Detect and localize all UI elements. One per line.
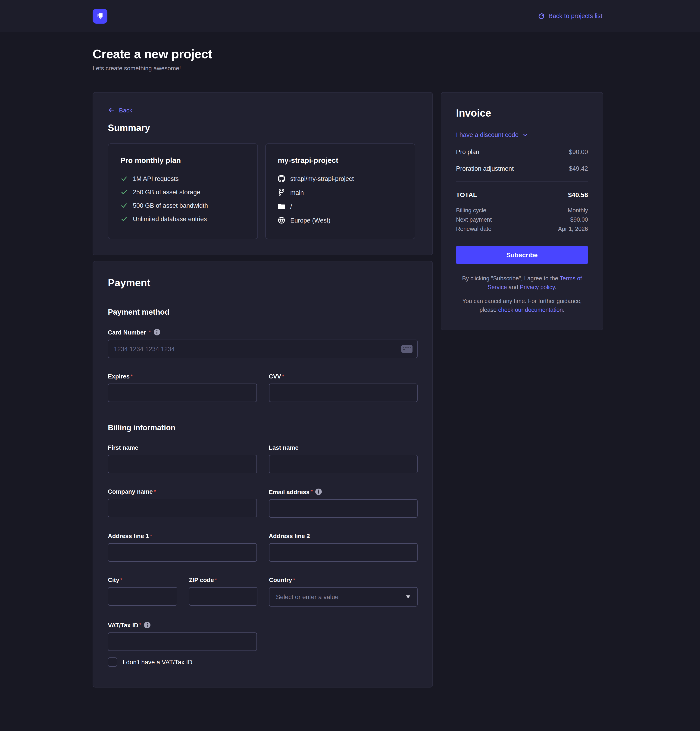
- cvv-field: CVV *: [269, 373, 418, 402]
- page-subtitle: Lets create something awesome!: [93, 65, 607, 72]
- address-line-1-label: Address line 1: [108, 533, 149, 539]
- address-line-1-input[interactable]: [108, 543, 257, 562]
- invoice-divider: [456, 181, 588, 182]
- no-vat-checkbox-row[interactable]: I don't have a VAT/Tax ID: [108, 658, 418, 667]
- renewal-date-row: Renewal date Apr 1, 2026: [456, 225, 588, 233]
- payment-card: Payment Payment method Card Number *: [93, 261, 433, 687]
- email-input[interactable]: [269, 499, 418, 518]
- address-line-2-input[interactable]: [269, 543, 418, 562]
- payment-title: Payment: [108, 277, 418, 289]
- project-directory-row: /: [278, 203, 403, 210]
- page: Back to projects list Create a new proje…: [0, 0, 700, 731]
- plan-feature: 250 GB of asset storage: [121, 188, 246, 196]
- chevron-down-icon: [522, 132, 528, 138]
- first-name-input[interactable]: [108, 455, 257, 473]
- first-name-label: First name: [108, 444, 138, 451]
- card-number-field: Card Number *: [108, 329, 418, 358]
- back-to-projects-link[interactable]: Back to projects list: [537, 12, 602, 20]
- credit-card-icon: [401, 345, 413, 353]
- github-icon: [278, 175, 285, 182]
- strapi-cloud-logo-icon: [93, 9, 107, 23]
- cvv-label: CVV: [269, 373, 281, 380]
- address-line-2-field: Address line 2: [269, 533, 418, 562]
- city-input[interactable]: [108, 587, 177, 606]
- project-repo-row: strapi/my-strapi-project: [278, 175, 403, 182]
- zip-code-input[interactable]: [189, 587, 257, 606]
- check-icon: [121, 202, 128, 209]
- page-title: Create a new project: [93, 47, 607, 62]
- arrow-left-icon: [108, 106, 115, 114]
- required-marker: *: [131, 373, 132, 380]
- required-marker: *: [282, 373, 284, 380]
- check-icon: [121, 215, 128, 223]
- required-marker: *: [149, 329, 151, 335]
- info-icon: [315, 488, 322, 496]
- payment-method-title: Payment method: [108, 308, 418, 317]
- caret-down-icon: [406, 595, 411, 599]
- card-number-input[interactable]: [108, 340, 418, 358]
- required-marker: *: [154, 488, 156, 495]
- expires-field: Expires *: [108, 373, 257, 402]
- no-vat-checkbox[interactable]: [108, 658, 117, 667]
- folder-icon: [278, 203, 285, 210]
- invoice-total-label: TOTAL: [456, 191, 477, 198]
- required-marker: *: [150, 533, 152, 539]
- plan-feature: Unlimited database entries: [121, 215, 246, 223]
- city-label: City: [108, 577, 119, 583]
- last-name-field: Last name: [269, 444, 418, 473]
- billing-cycle-row: Billing cycle Monthly: [456, 206, 588, 215]
- summary-title: Summary: [108, 123, 418, 133]
- info-icon: [144, 621, 151, 629]
- vat-field: VAT/Tax ID *: [108, 621, 257, 651]
- company-name-input[interactable]: [108, 499, 257, 517]
- last-name-label: Last name: [269, 444, 299, 451]
- privacy-policy-link[interactable]: Privacy policy: [520, 284, 555, 291]
- required-marker: *: [293, 577, 295, 583]
- card-number-label: Card Number: [108, 329, 146, 336]
- project-summary-card: my-strapi-project strapi/my-strapi-proje…: [265, 144, 415, 239]
- zip-code-label: ZIP code: [189, 577, 214, 583]
- company-name-label: Company name: [108, 488, 153, 495]
- billing-information-title: Billing information: [108, 423, 418, 432]
- required-marker: *: [139, 622, 141, 628]
- email-label: Email address: [269, 488, 309, 495]
- country-select[interactable]: Select or enter a value: [269, 587, 418, 606]
- globe-icon: [278, 217, 285, 224]
- last-name-input[interactable]: [269, 455, 418, 473]
- address-line-2-label: Address line 2: [269, 533, 310, 539]
- back-link-label: Back: [119, 107, 132, 114]
- email-field: Email address *: [269, 488, 418, 518]
- project-title: my-strapi-project: [278, 156, 403, 165]
- plan-feature: 500 GB of asset bandwidth: [121, 202, 246, 209]
- back-link[interactable]: Back: [108, 106, 132, 114]
- vat-input[interactable]: [108, 633, 257, 651]
- plan-summary-card: Pro monthly plan 1M API requests 250 GB …: [108, 144, 258, 239]
- country-field: Country * Select or enter a value: [269, 577, 418, 606]
- vat-label: VAT/Tax ID: [108, 622, 138, 628]
- required-marker: *: [310, 489, 313, 495]
- invoice-line-item: Pro plan $90.00: [456, 148, 588, 156]
- plan-feature: 1M API requests: [121, 175, 246, 182]
- next-payment-row: Next payment $90.00: [456, 215, 588, 225]
- summary-card: Back Summary Pro monthly plan 1M API req…: [93, 92, 433, 255]
- country-select-placeholder: Select or enter a value: [276, 593, 338, 600]
- documentation-link[interactable]: check our documentation: [498, 307, 563, 313]
- expires-input[interactable]: [108, 383, 257, 402]
- company-name-field: Company name *: [108, 488, 257, 518]
- invoice-title: Invoice: [456, 107, 588, 119]
- back-to-projects-label: Back to projects list: [549, 12, 602, 19]
- cvv-input[interactable]: [269, 383, 418, 402]
- subscribe-button[interactable]: Subscribe: [456, 246, 588, 264]
- discount-code-toggle[interactable]: I have a discount code: [456, 131, 528, 138]
- invoice-total-row: TOTAL $40.58: [456, 191, 588, 198]
- info-icon: [153, 329, 161, 336]
- discount-code-label: I have a discount code: [456, 131, 519, 138]
- main-content: Create a new project Lets create somethi…: [0, 32, 700, 687]
- address-line-1-field: Address line 1 *: [108, 533, 257, 562]
- invoice-card: Invoice I have a discount code Pro plan …: [441, 92, 603, 330]
- invoice-total-value: $40.58: [568, 191, 588, 198]
- project-region-row: Europe (West): [278, 217, 403, 224]
- check-icon: [121, 188, 128, 196]
- top-bar: Back to projects list: [0, 0, 700, 32]
- city-field: City *: [108, 577, 177, 606]
